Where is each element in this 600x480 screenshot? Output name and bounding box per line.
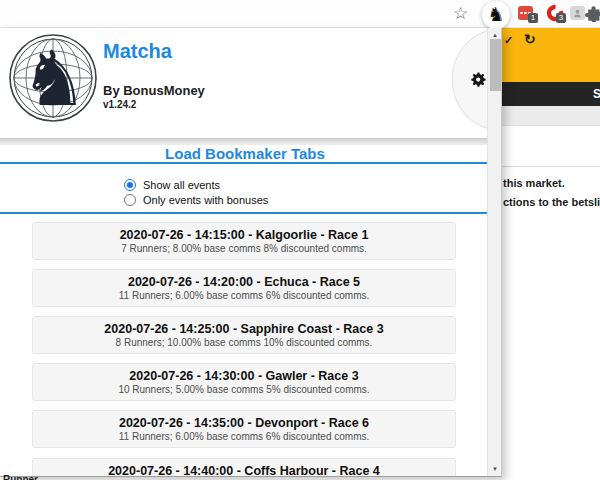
event-title: 2020-07-26 - 14:35:00 - Devonport - Race… (33, 416, 455, 430)
matcha-extension-icon[interactable]: ♞ (482, 1, 510, 29)
popup-subtitle: By BonusMoney (103, 83, 205, 98)
refresh-icon[interactable]: ↻ (524, 31, 536, 47)
radio-label[interactable]: Only events with bonuses (143, 194, 268, 206)
scroll-up-arrow[interactable]: ▲ (488, 32, 502, 38)
bookmaker-subheader (502, 106, 600, 126)
page-text-runners-fragment: Runner (3, 474, 38, 480)
event-card[interactable]: 2020-07-26 - 14:35:00 - Devonport - Race… (32, 410, 456, 448)
event-details: 10 Runners; 5.00% base comms 5% discount… (33, 384, 455, 395)
event-title: 2020-07-26 - 14:30:00 - Gawler - Race 3 (33, 369, 455, 383)
gear-glyph (466, 68, 488, 90)
matcha-popup: ♞ Matcha By BonusMoney v1.24.2 Load Book… (0, 28, 502, 477)
browser-toolbar: ☆ ♞ 1 3 (0, 0, 600, 28)
event-card[interactable]: 2020-07-26 - 14:30:00 - Gawler - Race 3 … (32, 363, 456, 401)
event-card[interactable]: 2020-07-26 - 14:20:00 - Echuca - Race 5 … (32, 269, 456, 307)
divider-line-bottom (0, 212, 502, 214)
scrollbar-thumb[interactable] (490, 39, 501, 91)
screenshot-stage: ✓ ↻ S this market. ctions to the betslip… (0, 0, 600, 480)
event-details: 11 Runners; 6.00% base comms 6% discount… (33, 290, 455, 301)
event-details: 8 Runners; 10.00% base comms 10% discoun… (33, 337, 455, 348)
puzzle-glyph (585, 5, 600, 22)
event-title: 2020-07-26 - 14:40:00 - Coffs Harbour - … (33, 464, 455, 477)
signup-text-fragment: S (593, 87, 600, 101)
event-title: 2020-07-26 - 14:20:00 - Echuca - Race 5 (33, 275, 455, 289)
person-icon (572, 8, 583, 19)
extensions-puzzle-icon[interactable] (585, 5, 600, 26)
popup-version: v1.24.2 (103, 99, 136, 110)
event-card[interactable]: 2020-07-26 - 14:25:00 - Sapphire Coast -… (32, 316, 456, 354)
event-title: 2020-07-26 - 14:25:00 - Sapphire Coast -… (33, 322, 455, 336)
event-details: 11 Runners; 6.00% base comms 6% discount… (33, 431, 455, 442)
knight-icon: ♞ (487, 4, 504, 25)
popup-scrollbar[interactable]: ▲ ▼ (487, 28, 502, 477)
svg-text:♞: ♞ (20, 34, 88, 123)
radio-label[interactable]: Show all events (143, 179, 220, 191)
header-divider-band (0, 138, 502, 145)
globe-knight-graphic: ♞ (8, 29, 98, 129)
page-text-market: this market. (503, 177, 565, 189)
page-text-betslip: ctions to the betslip. (503, 196, 600, 208)
filter-option-bonuses-only[interactable]: Only events with bonuses (124, 193, 268, 207)
load-bookmaker-tabs-button[interactable]: Load Bookmaker Tabs (0, 145, 490, 162)
dot (524, 12, 526, 14)
scroll-down-arrow[interactable]: ▼ (488, 466, 502, 472)
dot (520, 12, 522, 14)
event-details: 7 Runners; 8.00% base comms 8% discounte… (33, 243, 455, 254)
bookmaker-page-header: ✓ ↻ (502, 28, 600, 82)
radio-only-events-with-bonuses[interactable] (124, 194, 136, 206)
radio-show-all-events[interactable] (124, 179, 136, 191)
divider-line-top (0, 162, 502, 164)
page-divider-line (502, 166, 600, 167)
gray-person-extension-icon[interactable] (570, 6, 585, 20)
check-icon: ✓ (504, 34, 513, 47)
bookmaker-nav-bar: S (502, 82, 600, 106)
extension-badge-3: 3 (556, 13, 566, 23)
event-card[interactable]: 2020-07-26 - 14:40:00 - Coffs Harbour - … (32, 458, 456, 477)
gear-icon[interactable] (466, 68, 488, 94)
extension-badge-1: 1 (528, 13, 538, 23)
bookmark-star-icon[interactable]: ☆ (453, 3, 468, 25)
filter-option-show-all[interactable]: Show all events (124, 178, 220, 192)
matcha-logo: ♞ (8, 29, 98, 133)
event-card[interactable]: 2020-07-26 - 14:15:00 - Kalgoorlie - Rac… (32, 222, 456, 260)
event-title: 2020-07-26 - 14:15:00 - Kalgoorlie - Rac… (33, 228, 455, 242)
popup-title: Matcha (103, 40, 172, 63)
